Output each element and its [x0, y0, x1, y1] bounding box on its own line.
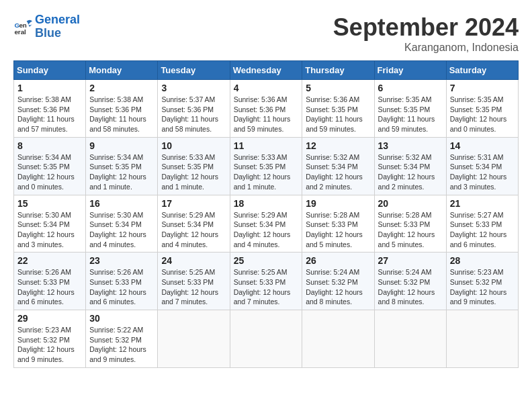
calendar-cell: 13Sunrise: 5:32 AMSunset: 5:34 PMDayligh… [374, 137, 446, 195]
calendar-cell [230, 310, 302, 368]
day-info: Sunrise: 5:25 AMSunset: 5:33 PMDaylight:… [234, 267, 299, 307]
day-info: Sunrise: 5:31 AMSunset: 5:34 PMDaylight:… [450, 152, 515, 192]
calendar-cell: 25Sunrise: 5:25 AMSunset: 5:33 PMDayligh… [230, 253, 302, 310]
col-wednesday: Wednesday [230, 61, 302, 80]
calendar-cell: 24Sunrise: 5:25 AMSunset: 5:33 PMDayligh… [158, 253, 230, 310]
calendar-cell [446, 310, 518, 368]
day-info: Sunrise: 5:29 AMSunset: 5:34 PMDaylight:… [234, 210, 299, 250]
calendar-cell: 7Sunrise: 5:35 AMSunset: 5:35 PMDaylight… [446, 80, 518, 138]
calendar-body: 1Sunrise: 5:38 AMSunset: 5:36 PMDaylight… [14, 80, 519, 368]
calendar-cell: 1Sunrise: 5:38 AMSunset: 5:36 PMDaylight… [14, 80, 86, 138]
calendar-week-4: 22Sunrise: 5:26 AMSunset: 5:33 PMDayligh… [14, 253, 519, 310]
calendar-cell: 20Sunrise: 5:28 AMSunset: 5:33 PMDayligh… [374, 195, 446, 253]
day-info: Sunrise: 5:36 AMSunset: 5:35 PMDaylight:… [306, 95, 370, 134]
calendar-header: Sunday Monday Tuesday Wednesday Thursday… [14, 61, 519, 80]
day-info: Sunrise: 5:34 AMSunset: 5:35 PMDaylight:… [89, 152, 154, 192]
calendar-cell: 14Sunrise: 5:31 AMSunset: 5:34 PMDayligh… [446, 137, 518, 195]
day-number: 15 [17, 198, 82, 209]
col-tuesday: Tuesday [158, 61, 230, 80]
day-number: 13 [378, 140, 443, 151]
calendar-cell: 23Sunrise: 5:26 AMSunset: 5:33 PMDayligh… [86, 253, 158, 310]
page-header: G en eral General Blue September 2024 Ka… [13, 13, 519, 54]
day-number: 28 [450, 255, 515, 266]
col-saturday: Saturday [446, 61, 518, 80]
day-info: Sunrise: 5:29 AMSunset: 5:34 PMDaylight:… [161, 210, 226, 250]
day-number: 9 [89, 140, 154, 151]
calendar-week-3: 15Sunrise: 5:30 AMSunset: 5:34 PMDayligh… [14, 195, 519, 253]
month-title: September 2024 [333, 13, 519, 42]
col-friday: Friday [374, 61, 446, 80]
day-number: 22 [17, 255, 82, 266]
calendar-cell: 28Sunrise: 5:23 AMSunset: 5:32 PMDayligh… [446, 253, 518, 310]
day-info: Sunrise: 5:24 AMSunset: 5:32 PMDaylight:… [378, 267, 443, 307]
calendar-cell: 12Sunrise: 5:32 AMSunset: 5:34 PMDayligh… [302, 137, 374, 195]
calendar-cell: 15Sunrise: 5:30 AMSunset: 5:34 PMDayligh… [14, 195, 86, 253]
header-row: Sunday Monday Tuesday Wednesday Thursday… [14, 61, 519, 80]
day-info: Sunrise: 5:35 AMSunset: 5:35 PMDaylight:… [450, 95, 515, 134]
calendar-cell: 29Sunrise: 5:23 AMSunset: 5:32 PMDayligh… [14, 310, 86, 368]
logo: G en eral General Blue [13, 13, 80, 40]
calendar-cell [158, 310, 230, 368]
day-info: Sunrise: 5:35 AMSunset: 5:35 PMDaylight:… [378, 95, 443, 134]
day-info: Sunrise: 5:23 AMSunset: 5:32 PMDaylight:… [17, 325, 82, 365]
day-number: 11 [234, 140, 299, 151]
calendar-cell: 3Sunrise: 5:37 AMSunset: 5:36 PMDaylight… [158, 80, 230, 138]
col-sunday: Sunday [14, 61, 86, 80]
calendar-cell: 2Sunrise: 5:38 AMSunset: 5:36 PMDaylight… [86, 80, 158, 138]
day-number: 18 [234, 198, 299, 209]
day-number: 8 [17, 140, 82, 151]
day-number: 7 [450, 83, 515, 93]
day-number: 29 [17, 313, 82, 324]
calendar-cell: 27Sunrise: 5:24 AMSunset: 5:32 PMDayligh… [374, 253, 446, 310]
day-info: Sunrise: 5:26 AMSunset: 5:33 PMDaylight:… [89, 267, 154, 307]
calendar-cell: 18Sunrise: 5:29 AMSunset: 5:34 PMDayligh… [230, 195, 302, 253]
calendar-cell: 30Sunrise: 5:22 AMSunset: 5:32 PMDayligh… [86, 310, 158, 368]
calendar-cell: 4Sunrise: 5:36 AMSunset: 5:36 PMDaylight… [230, 80, 302, 138]
col-monday: Monday [86, 61, 158, 80]
calendar-cell: 19Sunrise: 5:28 AMSunset: 5:33 PMDayligh… [302, 195, 374, 253]
title-block: September 2024 Karanganom, Indonesia [333, 13, 519, 54]
day-info: Sunrise: 5:23 AMSunset: 5:32 PMDaylight:… [450, 267, 515, 307]
day-number: 19 [306, 198, 370, 209]
day-number: 16 [89, 198, 154, 209]
calendar-week-1: 1Sunrise: 5:38 AMSunset: 5:36 PMDaylight… [14, 80, 519, 138]
day-info: Sunrise: 5:28 AMSunset: 5:33 PMDaylight:… [378, 210, 443, 250]
day-info: Sunrise: 5:38 AMSunset: 5:36 PMDaylight:… [89, 95, 154, 134]
day-number: 4 [234, 83, 299, 93]
day-number: 5 [306, 83, 370, 93]
day-number: 23 [89, 255, 154, 266]
day-number: 14 [450, 140, 515, 151]
day-number: 2 [89, 83, 154, 93]
day-number: 27 [378, 255, 443, 266]
day-info: Sunrise: 5:38 AMSunset: 5:36 PMDaylight:… [17, 95, 82, 134]
calendar-week-5: 29Sunrise: 5:23 AMSunset: 5:32 PMDayligh… [14, 310, 519, 368]
calendar-week-2: 8Sunrise: 5:34 AMSunset: 5:35 PMDaylight… [14, 137, 519, 195]
day-number: 6 [378, 83, 443, 93]
calendar-table: Sunday Monday Tuesday Wednesday Thursday… [13, 60, 519, 368]
day-number: 1 [17, 83, 82, 93]
day-number: 17 [161, 198, 226, 209]
day-info: Sunrise: 5:34 AMSunset: 5:35 PMDaylight:… [17, 152, 82, 192]
day-info: Sunrise: 5:24 AMSunset: 5:32 PMDaylight:… [306, 267, 370, 307]
logo-text: General Blue [35, 13, 80, 40]
day-info: Sunrise: 5:32 AMSunset: 5:34 PMDaylight:… [378, 152, 443, 192]
day-number: 25 [234, 255, 299, 266]
calendar-cell: 17Sunrise: 5:29 AMSunset: 5:34 PMDayligh… [158, 195, 230, 253]
calendar-cell: 26Sunrise: 5:24 AMSunset: 5:32 PMDayligh… [302, 253, 374, 310]
svg-text:eral: eral [14, 28, 26, 36]
calendar-cell: 9Sunrise: 5:34 AMSunset: 5:35 PMDaylight… [86, 137, 158, 195]
day-number: 3 [161, 83, 226, 93]
day-number: 10 [161, 140, 226, 151]
day-info: Sunrise: 5:36 AMSunset: 5:36 PMDaylight:… [234, 95, 299, 134]
day-number: 20 [378, 198, 443, 209]
calendar-cell: 21Sunrise: 5:27 AMSunset: 5:33 PMDayligh… [446, 195, 518, 253]
calendar-cell: 16Sunrise: 5:30 AMSunset: 5:34 PMDayligh… [86, 195, 158, 253]
day-number: 24 [161, 255, 226, 266]
calendar-cell: 10Sunrise: 5:33 AMSunset: 5:35 PMDayligh… [158, 137, 230, 195]
day-info: Sunrise: 5:28 AMSunset: 5:33 PMDaylight:… [306, 210, 370, 250]
calendar-cell [302, 310, 374, 368]
day-info: Sunrise: 5:30 AMSunset: 5:34 PMDaylight:… [17, 210, 82, 250]
day-number: 26 [306, 255, 370, 266]
day-number: 12 [306, 140, 370, 151]
calendar-cell: 22Sunrise: 5:26 AMSunset: 5:33 PMDayligh… [14, 253, 86, 310]
